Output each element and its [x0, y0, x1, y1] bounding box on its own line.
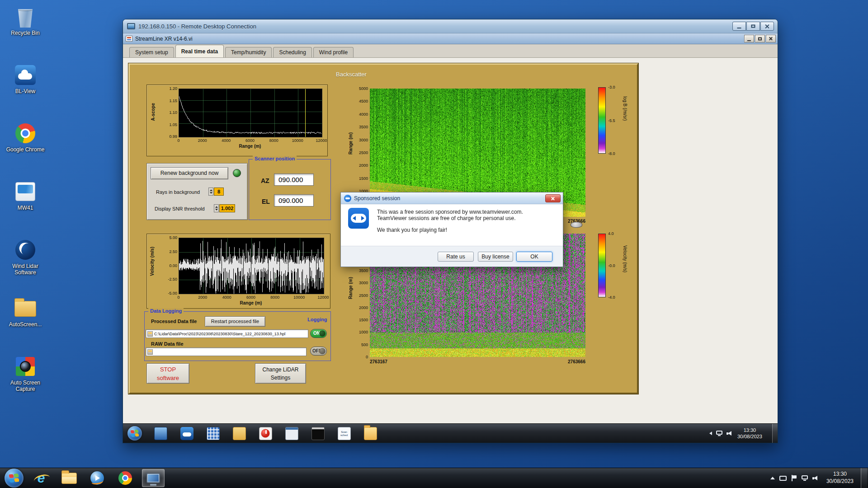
snr-value[interactable]: 1.002: [219, 204, 235, 212]
desktop-icon-art: [14, 239, 37, 261]
a-scope-plot: [179, 89, 322, 137]
velocity-chart: Velocity (m/s) Range (m) 5.002.500.00-2.…: [146, 234, 330, 309]
renew-background-button[interactable]: Renew background now: [151, 167, 228, 179]
desktop-icon-art: [14, 64, 37, 86]
network-icon[interactable]: [802, 475, 808, 481]
buy-license-button[interactable]: Buy license: [478, 252, 513, 262]
tab-scheduling[interactable]: Scheduling: [273, 47, 311, 57]
remote-taskbar-item-xr-vi[interactable]: [284, 426, 299, 441]
desktop-icon-label: MW41: [18, 205, 33, 211]
processed-path-field[interactable]: C:\Lidar\Data\Proc\2023\202308\20230830\…: [146, 329, 308, 338]
desktop-icon-auto-screen-capture[interactable]: Auto Screen Capture: [3, 355, 48, 413]
desktop-icon-bl-view[interactable]: BL-View: [3, 64, 48, 122]
remote-date: 30/08/2023: [737, 433, 762, 440]
x-tick-label: 6000: [240, 295, 262, 300]
velocity-colorbar: [598, 234, 606, 297]
volume-icon[interactable]: [812, 475, 819, 481]
desktop-icon-google-chrome[interactable]: Google Chrome: [3, 122, 48, 180]
remote-clock[interactable]: 13:30 30/08/2023: [737, 427, 762, 440]
network-icon[interactable]: [716, 431, 722, 436]
y-tick-label: 2500: [354, 150, 368, 155]
spin-up-icon: [210, 189, 212, 191]
taskbar-internet-explorer[interactable]: e: [30, 469, 52, 487]
toggle-knob-icon: [319, 348, 326, 354]
raw-logging-toggle[interactable]: OFF: [310, 347, 327, 356]
clock[interactable]: 13:30 30/08/2023: [826, 471, 854, 485]
action-center-flag-icon[interactable]: [791, 475, 797, 481]
ok-button[interactable]: OK: [516, 252, 552, 262]
remote-taskbar-item-scan-sched[interactable]: Scan sched: [336, 426, 352, 441]
tab-system-setup[interactable]: System setup: [129, 47, 174, 57]
remote-taskbar-item-rdp-grid[interactable]: [205, 426, 221, 441]
input-indicator-icon[interactable]: [779, 476, 787, 481]
a-scope-xlabel: Range (m): [218, 144, 282, 149]
desktop-icon-recycle-bin[interactable]: Recycle Bin: [3, 5, 48, 64]
az-field[interactable]: 090.000: [274, 174, 314, 186]
taskbar-file-explorer[interactable]: [58, 469, 80, 487]
remote-taskbar-item-console[interactable]: [310, 426, 326, 441]
restart-processed-file-button[interactable]: Restart processed file: [205, 316, 265, 327]
minimize-button[interactable]: [732, 22, 746, 31]
x-tick-label: 12000: [312, 295, 334, 300]
remote-taskbar-item-docs[interactable]: [231, 426, 247, 441]
el-field[interactable]: 090.000: [274, 194, 314, 206]
desktop-icon-mw41[interactable]: MW41: [3, 180, 48, 239]
rate-us-button[interactable]: Rate us: [438, 252, 474, 262]
rdp-titlebar[interactable]: 192.168.0.150 - Remote Desktop Connectio…: [123, 19, 778, 33]
remote-start-button[interactable]: [127, 426, 142, 441]
app-titlebar[interactable]: StreamLine XR v14-6.vi: [123, 33, 778, 44]
dialog-close-button[interactable]: [545, 194, 561, 202]
clock-date: 30/08/2023: [826, 478, 854, 485]
processed-logging-toggle[interactable]: ON: [310, 329, 327, 338]
rays-in-background-label: Rays in background: [156, 189, 200, 195]
volume-icon[interactable]: [726, 431, 733, 436]
remote-taskbar-item-explorer[interactable]: [363, 426, 378, 441]
data-logging-title: Data Logging: [148, 308, 184, 314]
remote-taskbar-item-bl-view[interactable]: [179, 426, 194, 441]
velocity-ylabel: Velocity (m/s): [150, 247, 155, 276]
y-tick-label: 0.00: [161, 263, 177, 268]
start-button[interactable]: [5, 469, 24, 488]
desktop-icon-autoscreen[interactable]: AutoScreen...: [3, 297, 48, 355]
media-player-icon: [90, 471, 104, 485]
desktop-icon-list: Recycle BinBL-ViewGoogle ChromeMW41Wind …: [3, 5, 48, 413]
tray-expand-icon[interactable]: [709, 432, 712, 435]
desktop-icon-art: [14, 355, 37, 378]
app-close-button[interactable]: [766, 35, 776, 42]
remote-taskbar-item-photo-app[interactable]: [153, 426, 168, 441]
velocity-colorbar-label: Velocity (m/s): [623, 245, 627, 272]
app-minimize-button[interactable]: [744, 35, 754, 42]
snr-spinner[interactable]: [214, 204, 219, 212]
arrow-right-icon: [361, 216, 364, 221]
tab-real-time-data[interactable]: Real time data: [175, 45, 224, 57]
taskbar-remote-desktop-active[interactable]: [142, 469, 165, 487]
dialog-titlebar[interactable]: Sponsored session: [341, 192, 563, 204]
tab-wind-profile[interactable]: Wind profile: [313, 47, 354, 57]
drive-icon: [147, 349, 153, 355]
app-restore-button[interactable]: [755, 35, 765, 42]
slider-knob[interactable]: [571, 222, 582, 228]
tray-expand-icon[interactable]: [770, 477, 775, 479]
taskbar-chrome[interactable]: [114, 469, 137, 487]
raw-path-field[interactable]: [146, 347, 307, 356]
show-desktop-button[interactable]: [861, 468, 867, 488]
remote-taskbar-item-power[interactable]: [258, 426, 273, 441]
remote-show-desktop-button[interactable]: [772, 424, 778, 443]
maximize-button[interactable]: [746, 22, 760, 31]
desktop-icon-wind-lidar-software[interactable]: Wind Lidar Software: [3, 239, 48, 297]
photo-app-icon: [154, 427, 167, 440]
taskbar-media-player[interactable]: [86, 469, 108, 487]
docs-icon: [233, 427, 246, 440]
stop-software-button[interactable]: STOP software: [146, 363, 189, 384]
y-tick-label: 2.50: [161, 249, 177, 254]
x-tick-label: 8000: [264, 295, 286, 300]
rays-value[interactable]: 8: [214, 188, 224, 196]
scan-sched-icon: Scan sched: [338, 427, 351, 440]
tab-temp-humidity[interactable]: Temp/humidity: [225, 47, 272, 57]
rays-spinner[interactable]: [208, 188, 213, 196]
desktop-icon-art: [14, 122, 37, 145]
x-tick-label: 8000: [263, 138, 285, 143]
close-button[interactable]: [760, 22, 774, 31]
app-title: StreamLine XR v14-6.vi: [135, 36, 193, 42]
change-lidar-settings-button[interactable]: Change LiDAR Settings: [255, 363, 306, 384]
